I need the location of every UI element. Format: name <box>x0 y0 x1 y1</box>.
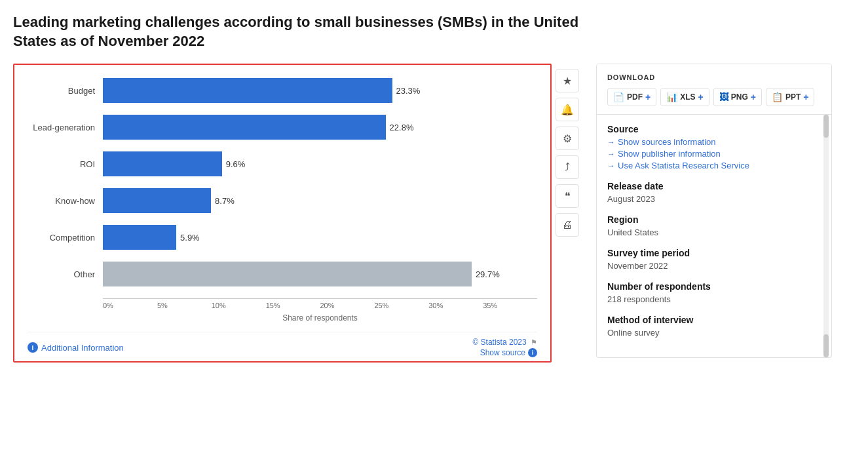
copyright-text: © Statista 2023 ⚑ <box>472 338 537 347</box>
x-tick-2: 10% <box>212 302 266 309</box>
toolbar-quote-button[interactable]: ❝ <box>556 184 579 208</box>
download-ppt-button[interactable]: 📋PPT+ <box>766 88 815 106</box>
download-xls-button[interactable]: 📊XLS+ <box>660 88 709 106</box>
bar-label-0: Budget <box>28 86 103 96</box>
bar-wrapper-3: 8.7% <box>103 188 537 213</box>
bar-value-1: 22.8% <box>390 123 414 132</box>
xls-label: XLS <box>680 92 695 102</box>
bar-fill-1 <box>103 115 386 140</box>
bar-label-5: Other <box>28 269 103 279</box>
show-source-button[interactable]: Show source i <box>472 348 537 357</box>
region-value: United States <box>607 227 818 237</box>
additional-info-button[interactable]: i Additional Information <box>28 342 124 353</box>
show-sources-info-arrow: → <box>607 138 615 147</box>
ppt-label: PPT <box>785 92 801 102</box>
source-title: Source <box>607 124 818 134</box>
flag-icon: ⚑ <box>531 338 537 346</box>
download-section: DOWNLOAD 📄PDF+📊XLS+🖼PNG+📋PPT+ <box>597 64 831 114</box>
png-icon: 🖼 <box>719 92 728 102</box>
xls-icon: 📊 <box>666 92 677 102</box>
survey-time-period-block: Survey time period November 2022 <box>607 248 818 271</box>
chart-area: Budget23.3%Lead-generation22.8%ROI9.6%Kn… <box>13 64 583 363</box>
release-date-block: Release date August 2023 <box>607 181 818 204</box>
show-publisher-info-text: Show publisher information <box>618 149 721 159</box>
png-plus: + <box>751 92 756 102</box>
bar-wrapper-4: 5.9% <box>103 225 537 250</box>
x-tick-1: 5% <box>157 302 212 309</box>
ppt-icon: 📋 <box>772 92 783 102</box>
x-tick-0: 0% <box>103 302 157 309</box>
pdf-label: PDF <box>627 92 643 102</box>
method-interview-title: Method of interview <box>607 315 818 325</box>
bar-label-4: Competition <box>28 233 103 243</box>
ppt-plus: + <box>803 92 808 102</box>
page-title: Leading marketing challenges according t… <box>13 13 583 50</box>
x-axis-label: Share of respondents <box>103 313 537 323</box>
release-date-value: August 2023 <box>607 194 818 204</box>
x-tick-6: 30% <box>428 302 483 309</box>
chart-inner: Budget23.3%Lead-generation22.8%ROI9.6%Kn… <box>28 78 537 323</box>
statista-copyright: © Statista 2023 <box>472 338 526 347</box>
respondents-block: Number of respondents 218 respondents <box>607 281 818 304</box>
region-title: Region <box>607 214 818 225</box>
scrollbar-thumb-top[interactable] <box>823 115 829 138</box>
bar-wrapper-1: 22.8% <box>103 115 537 140</box>
additional-info-label: Additional Information <box>41 343 124 353</box>
download-buttons: 📄PDF+📊XLS+🖼PNG+📋PPT+ <box>607 88 821 106</box>
bar-wrapper-2: 9.6% <box>103 151 537 176</box>
x-axis: 0%5%10%15%20%25%30%35% <box>103 298 537 309</box>
bar-row-know-how: Know-how8.7% <box>28 188 537 213</box>
bar-row-lead-generation: Lead-generation22.8% <box>28 115 537 140</box>
chart-footer: i Additional Information © Statista 2023… <box>28 332 537 361</box>
main-content: Budget23.3%Lead-generation22.8%ROI9.6%Kn… <box>13 64 855 363</box>
source-block: Source →Show sources information→Show pu… <box>607 124 818 170</box>
bar-fill-5 <box>103 262 472 286</box>
toolbar-print-button[interactable]: 🖨 <box>556 213 579 237</box>
bar-label-2: ROI <box>28 159 103 169</box>
release-date-title: Release date <box>607 181 818 191</box>
scrollbar-track[interactable] <box>823 115 829 357</box>
use-ask-statista-link[interactable]: →Use Ask Statista Research Service <box>607 161 818 170</box>
show-source-info-icon: i <box>528 348 537 357</box>
toolbar: ★🔔⚙⤴❝🖨 <box>552 64 583 363</box>
survey-time-period-title: Survey time period <box>607 248 818 258</box>
download-pdf-button[interactable]: 📄PDF+ <box>607 88 656 106</box>
use-ask-statista-text: Use Ask Statista Research Service <box>618 161 749 170</box>
xls-plus: + <box>698 92 704 102</box>
toolbar-settings-button[interactable]: ⚙ <box>556 127 579 150</box>
bar-chart: Budget23.3%Lead-generation22.8%ROI9.6%Kn… <box>28 78 537 286</box>
show-publisher-info-link[interactable]: →Show publisher information <box>607 149 818 159</box>
respondents-title: Number of respondents <box>607 281 818 292</box>
survey-time-period-value: November 2022 <box>607 261 818 271</box>
bar-row-other: Other29.7% <box>28 262 537 286</box>
pdf-icon: 📄 <box>613 92 624 102</box>
right-panel: DOWNLOAD 📄PDF+📊XLS+🖼PNG+📋PPT+ Source →Sh… <box>596 64 832 358</box>
chart-container: Budget23.3%Lead-generation22.8%ROI9.6%Kn… <box>13 64 552 363</box>
x-tick-7: 35% <box>483 302 537 309</box>
bar-wrapper-5: 29.7% <box>103 262 537 286</box>
show-publisher-info-arrow: → <box>607 149 615 159</box>
bar-fill-0 <box>103 78 392 103</box>
scrollbar-thumb-bottom[interactable] <box>823 334 829 357</box>
toolbar-share-button[interactable]: ⤴ <box>556 155 579 179</box>
region-block: Region United States <box>607 214 818 237</box>
bar-row-budget: Budget23.3% <box>28 78 537 103</box>
download-png-button[interactable]: 🖼PNG+ <box>713 88 762 106</box>
toolbar-bookmark-button[interactable]: ★ <box>556 69 579 92</box>
bar-fill-2 <box>103 151 222 176</box>
download-title: DOWNLOAD <box>607 73 821 81</box>
bar-value-3: 8.7% <box>215 196 235 206</box>
x-tick-5: 25% <box>374 302 428 309</box>
bar-wrapper-0: 23.3% <box>103 78 537 103</box>
use-ask-statista-arrow: → <box>607 161 615 170</box>
show-sources-info-link[interactable]: →Show sources information <box>607 137 818 147</box>
toolbar-bell-button[interactable]: 🔔 <box>556 98 579 121</box>
bar-value-0: 23.3% <box>396 86 421 96</box>
info-section: Source →Show sources information→Show pu… <box>597 114 831 357</box>
chart-source-area: © Statista 2023 ⚑ Show source i <box>472 338 537 357</box>
png-label: PNG <box>731 92 748 102</box>
bar-value-2: 9.6% <box>226 159 246 169</box>
show-source-label: Show source <box>480 348 525 357</box>
pdf-plus: + <box>645 92 651 102</box>
bar-row-competition: Competition5.9% <box>28 225 537 250</box>
